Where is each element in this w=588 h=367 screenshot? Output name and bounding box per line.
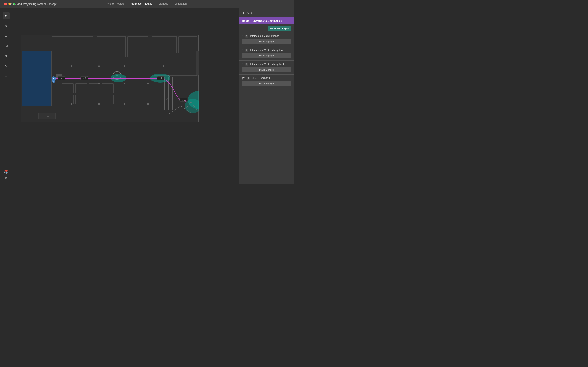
svg-rect-38 [38, 113, 56, 119]
layers-button[interactable] [3, 168, 9, 175]
svg-rect-11 [22, 51, 52, 106]
intersection-header-2: ⑂ 2 Intersection West Hallway Front [239, 47, 294, 53]
svg-line-2 [7, 37, 7, 38]
intersection-number-1: 1 [245, 35, 249, 38]
intersection-header-3: ⑂ 3 Intersection West Hallway Back [239, 60, 294, 67]
pin-tool[interactable] [3, 53, 9, 60]
svg-point-52 [71, 103, 72, 105]
svg-point-49 [147, 103, 149, 105]
close-button[interactable] [4, 3, 7, 5]
intersection-item-1: ⑂ 1 Intersection Main Entrance Place Sig… [239, 33, 294, 47]
svg-point-7 [7, 66, 7, 66]
floorplan: ⑂ 4 ⑂ 3 ⑂ 2 ⑂ 1 B i ↕ [21, 35, 199, 122]
main-layout: + 1F [0, 8, 294, 184]
svg-point-50 [124, 83, 125, 84]
right-panel: Back Route – Entrance to Seminar 01 Plac… [239, 8, 294, 184]
svg-point-6 [5, 66, 6, 66]
route-title: Route – Entrance to Seminar 01 [239, 17, 294, 25]
svg-point-0 [6, 25, 7, 26]
intersection-number-3: 3 [245, 63, 249, 66]
svg-point-57 [111, 74, 126, 82]
intersection-label-4: DEST Seminar 01 [251, 77, 291, 80]
intersection-number-2: 2 [245, 49, 249, 52]
svg-point-51 [147, 83, 149, 84]
svg-point-47 [163, 66, 164, 67]
intersection-number-4: 4 [247, 77, 250, 80]
zoom-tool[interactable] [3, 33, 9, 40]
svg-point-46 [124, 66, 125, 67]
svg-text:↕: ↕ [185, 99, 186, 103]
select-tool[interactable] [3, 12, 9, 19]
place-signage-button-3[interactable]: Place Signage [242, 67, 291, 72]
svg-point-45 [98, 66, 100, 67]
svg-rect-77 [196, 51, 199, 75]
svg-point-53 [98, 103, 100, 105]
svg-text:⑂ 2: ⑂ 2 [159, 77, 163, 80]
placement-analysis-button[interactable]: Placement Analysis [268, 26, 291, 31]
tab-information-routes[interactable]: Information Routes [130, 2, 152, 6]
place-signage-button-4[interactable]: Place Signage [242, 81, 291, 86]
comment-tool[interactable] [3, 43, 9, 50]
fork-tool[interactable] [3, 63, 9, 70]
placement-analysis-row: Placement Analysis [239, 25, 294, 33]
toolbar-bottom: 1F [3, 168, 9, 179]
svg-text:⑂ 3: ⑂ 3 [83, 77, 86, 80]
titlebar: 2307 Oodi Wayfinding System Concept Visi… [0, 0, 294, 8]
svg-text:⑂ 1: ⑂ 1 [182, 99, 185, 101]
tab-simulation[interactable]: Simulation [174, 2, 187, 6]
svg-text:B: B [53, 78, 54, 80]
intersection-item-3: ⑂ 3 Intersection West Hallway Back Place… [239, 60, 294, 75]
intersection-item-2: ⑂ 2 Intersection West Hallway Front Plac… [239, 47, 294, 60]
intersection-item-4: 🏁 4 DEST Seminar 01 Place Signage [239, 75, 294, 88]
svg-point-54 [98, 83, 100, 84]
intersection-label-3: Intersection West Hallway Back [250, 63, 291, 66]
back-button[interactable]: Back [242, 11, 252, 15]
intersection-header-1: ⑂ 1 Intersection Main Entrance [239, 33, 294, 39]
fork-icon-2: ⑂ [242, 49, 243, 52]
svg-text:i: i [53, 80, 54, 82]
intersection-label-2: Intersection West Hallway Front [250, 49, 291, 52]
svg-text:⑂ 4: ⑂ 4 [60, 77, 62, 80]
destination-icon-4: 🏁 [242, 77, 245, 80]
intersection-header-4: 🏁 4 DEST Seminar 01 [239, 75, 294, 81]
place-signage-button-1[interactable]: Place Signage [242, 39, 291, 44]
left-toolbar: + 1F [0, 8, 12, 184]
fork-icon-3: ⑂ [242, 63, 243, 66]
fork-icon-1: ⑂ [242, 34, 243, 38]
nav-tabs: Visitor Routes Information Routes Signag… [107, 2, 187, 6]
svg-point-44 [71, 66, 72, 67]
svg-point-48 [124, 103, 125, 105]
svg-point-8 [6, 68, 6, 68]
place-signage-button-2[interactable]: Place Signage [242, 53, 291, 58]
panel-header: Back [239, 8, 294, 17]
map-area[interactable]: ⑂ 4 ⑂ 3 ⑂ 2 ⑂ 1 B i ↕ [12, 8, 239, 184]
pan-tool[interactable] [3, 22, 9, 29]
tab-signage[interactable]: Signage [158, 2, 168, 6]
intersection-label-1: Intersection Main Entrance [250, 35, 291, 38]
add-tool[interactable]: + [3, 73, 9, 80]
tab-visitor-routes[interactable]: Visitor Routes [107, 2, 124, 6]
back-label: Back [246, 12, 252, 15]
app-title: 2307 Oodi Wayfinding System Concept [10, 2, 56, 6]
floor-label: 1F [5, 177, 7, 179]
